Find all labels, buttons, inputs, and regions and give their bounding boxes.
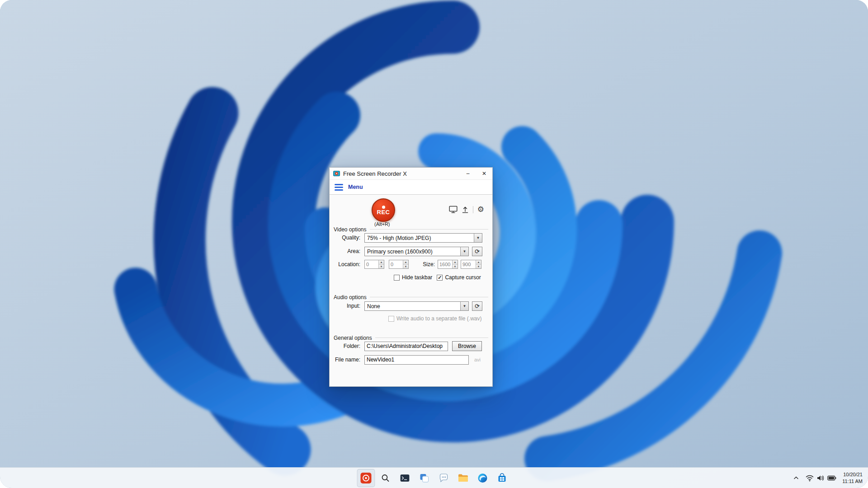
record-label: REC [377, 209, 390, 215]
task-view-icon [419, 473, 430, 483]
menu-button[interactable]: Menu [348, 184, 363, 190]
volume-icon [816, 474, 825, 482]
upload-icon[interactable] [462, 206, 469, 213]
extension-hint: avi [474, 357, 481, 362]
spin-down-icon[interactable]: ▼ [453, 265, 458, 269]
file-explorer-icon [458, 472, 469, 484]
size-height-stepper[interactable]: ▲ ▼ [461, 260, 481, 269]
spin-down-icon[interactable]: ▼ [476, 265, 481, 269]
filename-row: File name: avi [332, 355, 488, 365]
audio-options-label: Audio options [334, 294, 367, 300]
taskbar-search-button[interactable] [377, 469, 395, 487]
spin-up-icon[interactable]: ▲ [453, 260, 458, 265]
chevron-down-icon[interactable]: ▾ [460, 247, 468, 256]
location-y-stepper[interactable]: ▲ ▼ [389, 260, 409, 269]
spinner-arrows: ▲ ▼ [378, 260, 384, 268]
toolbar-separator [473, 206, 473, 213]
video-options-label: Video options [334, 226, 367, 233]
browse-button[interactable]: Browse [452, 341, 482, 351]
refresh-area-button[interactable]: ⟳ [472, 247, 482, 256]
location-label: Location: [332, 261, 360, 267]
spin-up-icon[interactable]: ▲ [379, 260, 384, 265]
chevron-down-icon[interactable]: ▾ [460, 302, 468, 310]
filename-label: File name: [332, 357, 360, 363]
chat-icon [439, 473, 449, 483]
taskbar-chat-button[interactable] [435, 469, 453, 487]
record-dot-icon [382, 206, 385, 209]
folder-row: Folder: Browse [332, 341, 488, 351]
monitor-icon[interactable] [449, 206, 458, 213]
quality-dropdown[interactable]: 75% - High (Motion JPEG) ▾ [364, 233, 482, 243]
close-button[interactable]: ✕ [476, 168, 492, 179]
clock[interactable]: 10/20/21 11:11 AM [840, 470, 864, 486]
minimize-button[interactable]: – [460, 168, 476, 179]
audio-input-row: Input: None ▾ ⟳ [332, 301, 488, 311]
hide-taskbar-label: Hide taskbar [402, 274, 432, 281]
spinner-arrows: ▲ ▼ [476, 260, 481, 268]
size-width-stepper[interactable]: ▲ ▼ [438, 260, 458, 269]
chevron-down-icon[interactable]: ▾ [474, 234, 482, 242]
hide-taskbar-checkbox[interactable] [394, 275, 400, 281]
taskbar-task-view-button[interactable] [415, 469, 434, 487]
menu-bar: Menu [330, 179, 492, 195]
free-screen-recorder-window: Free Screen Recorder X – ✕ Menu REC (Alt… [329, 167, 493, 387]
wifi-icon [806, 474, 814, 482]
size-height-input[interactable] [461, 260, 476, 268]
location-y-input[interactable] [389, 260, 403, 268]
system-tray: 10/20/21 11:11 AM [791, 468, 864, 488]
size-label: Size: [414, 261, 435, 267]
filename-input[interactable] [364, 355, 469, 365]
search-icon [381, 473, 391, 483]
group-divider [370, 297, 488, 298]
taskbar-recorder-app-button[interactable] [357, 469, 375, 487]
area-dropdown[interactable]: Primary screen (1600x900) ▾ [364, 247, 469, 256]
taskbar-store-button[interactable] [493, 469, 511, 487]
gear-icon[interactable]: ⚙ [477, 206, 484, 213]
quality-label: Quality: [332, 235, 360, 241]
folder-input[interactable] [364, 342, 448, 351]
spin-down-icon[interactable]: ▼ [379, 265, 384, 269]
audio-input-dropdown[interactable]: None ▾ [364, 301, 469, 311]
separate-wav-checkbox[interactable] [388, 316, 394, 322]
hamburger-menu-icon[interactable] [335, 184, 343, 191]
video-options-header: Video options [334, 226, 488, 233]
tray-overflow-button[interactable] [791, 470, 802, 486]
taskbar-terminal-button[interactable] [396, 469, 414, 487]
window-body: REC (Alt+R) [330, 195, 492, 386]
record-hotkey: (Alt+R) [374, 221, 390, 227]
spin-down-icon[interactable]: ▼ [403, 265, 408, 269]
location-size-row: Location: ▲ ▼ ▲ ▼ Size: [332, 259, 488, 269]
recorder-app-icon [360, 472, 372, 484]
spin-up-icon[interactable]: ▲ [403, 260, 408, 265]
caption-buttons: – ✕ [460, 168, 492, 179]
quality-row: Quality: 75% - High (Motion JPEG) ▾ [332, 233, 488, 243]
window-title: Free Screen Recorder X [343, 170, 407, 177]
location-x-input[interactable] [365, 260, 378, 268]
check-icon: ✓ [438, 275, 442, 280]
input-label: Input: [332, 303, 360, 309]
toolbar-icons: ⚙ [449, 206, 484, 213]
spinner-arrows: ▲ ▼ [403, 260, 408, 268]
refresh-audio-button[interactable]: ⟳ [472, 301, 482, 311]
taskbar-center-icons [357, 469, 511, 487]
wav-checkbox-row: Write audio to a separate file (.wav) [332, 315, 488, 322]
audio-input-value: None [365, 302, 460, 310]
area-row: Area: Primary screen (1600x900) ▾ ⟳ [332, 246, 488, 256]
quality-value: 75% - High (Motion JPEG) [365, 234, 474, 242]
spin-up-icon[interactable]: ▲ [476, 260, 481, 265]
taskbar-file-explorer-button[interactable] [454, 469, 472, 487]
chevron-up-icon [793, 475, 799, 481]
capture-cursor-checkbox[interactable]: ✓ [437, 275, 443, 281]
edge-icon [477, 473, 488, 483]
location-x-stepper[interactable]: ▲ ▼ [364, 260, 384, 269]
terminal-icon [400, 473, 410, 483]
size-width-input[interactable] [438, 260, 452, 268]
folder-label: Folder: [332, 343, 360, 349]
taskbar-edge-button[interactable] [474, 469, 492, 487]
general-options-label: General options [334, 335, 372, 341]
title-bar[interactable]: Free Screen Recorder X – ✕ [330, 168, 492, 179]
desktop: Free Screen Recorder X – ✕ Menu REC (Alt… [0, 0, 868, 488]
tray-status-button[interactable] [803, 470, 839, 486]
group-divider [370, 229, 488, 230]
record-button[interactable]: REC [372, 198, 395, 222]
